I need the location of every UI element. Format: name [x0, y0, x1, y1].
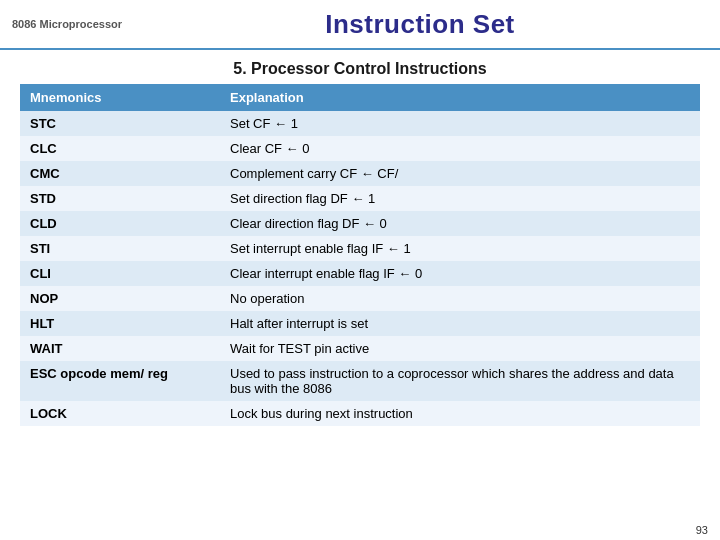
mnemonic-cell: CMC: [20, 161, 220, 186]
table-header-row: Mnemonics Explanation: [20, 84, 700, 111]
explanation-cell: Clear interrupt enable flag IF ← 0: [220, 261, 700, 286]
mnemonic-cell: STI: [20, 236, 220, 261]
table-row: ESC opcode mem/ regUsed to pass instruct…: [20, 361, 700, 401]
table-row: WAITWait for TEST pin active: [20, 336, 700, 361]
mnemonic-cell: LOCK: [20, 401, 220, 426]
explanation-cell: Lock bus during next instruction: [220, 401, 700, 426]
mnemonic-cell: NOP: [20, 286, 220, 311]
explanation-cell: Used to pass instruction to a coprocesso…: [220, 361, 700, 401]
explanation-cell: Complement carry CF ← CF/: [220, 161, 700, 186]
mnemonic-cell: STC: [20, 111, 220, 136]
page-title: Instruction Set: [132, 9, 708, 40]
table-row: HLTHalt after interrupt is set: [20, 311, 700, 336]
page-number: 93: [696, 524, 708, 536]
mnemonic-cell: CLI: [20, 261, 220, 286]
mnemonic-cell: STD: [20, 186, 220, 211]
explanation-cell: Set direction flag DF ← 1: [220, 186, 700, 211]
table-row: LOCKLock bus during next instruction: [20, 401, 700, 426]
explanation-cell: Halt after interrupt is set: [220, 311, 700, 336]
mnemonic-cell: CLC: [20, 136, 220, 161]
table-row: CLDClear direction flag DF ← 0: [20, 211, 700, 236]
mnemonic-cell: CLD: [20, 211, 220, 236]
table-row: STISet interrupt enable flag IF ← 1: [20, 236, 700, 261]
explanation-cell: Set CF ← 1: [220, 111, 700, 136]
mnemonic-cell: ESC opcode mem/ reg: [20, 361, 220, 401]
table-row: STCSet CF ← 1: [20, 111, 700, 136]
table-row: STDSet direction flag DF ← 1: [20, 186, 700, 211]
section-title: 5. Processor Control Instructions: [0, 50, 720, 84]
explanation-cell: Wait for TEST pin active: [220, 336, 700, 361]
brand-label: 8086 Microprocessor: [12, 18, 132, 30]
explanation-cell: Clear direction flag DF ← 0: [220, 211, 700, 236]
header: 8086 Microprocessor Instruction Set: [0, 0, 720, 50]
col-explanation: Explanation: [220, 84, 700, 111]
table-row: CMCComplement carry CF ← CF/: [20, 161, 700, 186]
col-mnemonics: Mnemonics: [20, 84, 220, 111]
table-row: NOPNo operation: [20, 286, 700, 311]
table-row: CLIClear interrupt enable flag IF ← 0: [20, 261, 700, 286]
explanation-cell: Set interrupt enable flag IF ← 1: [220, 236, 700, 261]
mnemonic-cell: WAIT: [20, 336, 220, 361]
table-body: STCSet CF ← 1CLCClear CF ← 0CMCComplemen…: [20, 111, 700, 426]
mnemonic-cell: HLT: [20, 311, 220, 336]
instruction-table: Mnemonics Explanation STCSet CF ← 1CLCCl…: [20, 84, 700, 426]
table-row: CLCClear CF ← 0: [20, 136, 700, 161]
explanation-cell: Clear CF ← 0: [220, 136, 700, 161]
explanation-cell: No operation: [220, 286, 700, 311]
